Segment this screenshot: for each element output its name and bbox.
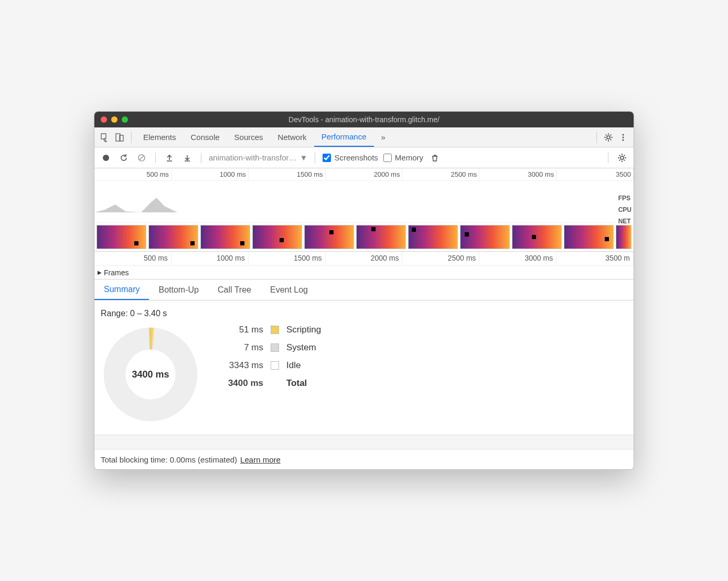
detail-tab-bottom-up[interactable]: Bottom-Up — [149, 279, 208, 300]
memory-checkbox-input[interactable] — [383, 154, 392, 162]
devtools-window: DevTools - animation-with-transform.glit… — [94, 111, 634, 470]
filmstrip-frame[interactable] — [408, 225, 458, 249]
overview-pane[interactable]: 500 ms 1000 ms 1500 ms 2000 ms 2500 ms 3… — [94, 168, 634, 252]
frames-label: Frames — [104, 268, 129, 277]
filmstrip-frame[interactable] — [148, 225, 198, 249]
profile-select[interactable]: animation-with-transfor… ▼ — [209, 153, 307, 162]
empty-strip — [94, 435, 634, 449]
svg-line-8 — [140, 156, 144, 160]
memory-label: Memory — [395, 153, 423, 162]
clear-button[interactable] — [135, 152, 148, 164]
flame-ruler: 500 ms 1000 ms 1500 ms 2000 ms 2500 ms 3… — [94, 252, 634, 265]
legend-label: Scripting — [286, 325, 321, 335]
cpu-label: CPU — [618, 206, 631, 213]
legend-total-ms: 3400 ms — [221, 378, 263, 389]
flame-tick: 500 ms — [94, 252, 172, 265]
filmstrip-frame[interactable] — [304, 225, 354, 249]
expand-icon[interactable]: ▶ — [98, 270, 102, 275]
screenshots-checkbox[interactable]: Screenshots — [323, 153, 378, 162]
tab-more[interactable]: » — [374, 127, 393, 147]
minimize-window-button[interactable] — [111, 116, 117, 123]
filmstrip-frame[interactable] — [356, 225, 406, 249]
summary-panel: Range: 0 – 3.40 s 3400 ms 51 ms Scriptin… — [94, 300, 634, 435]
flame-tick: 1500 ms — [249, 252, 326, 265]
maximize-window-button[interactable] — [122, 116, 128, 123]
legend-swatch-idle — [271, 361, 279, 370]
memory-checkbox[interactable]: Memory — [383, 153, 423, 162]
filmstrip-frame[interactable] — [564, 225, 614, 249]
tab-elements[interactable]: Elements — [136, 127, 184, 147]
tab-network[interactable]: Network — [271, 127, 314, 147]
detail-tab-event-log[interactable]: Event Log — [261, 279, 317, 300]
flame-tick: 1000 ms — [172, 252, 249, 265]
ov-tick: 2000 ms — [326, 168, 403, 180]
window-title: DevTools - animation-with-transform.glit… — [94, 115, 634, 124]
gc-button[interactable] — [429, 152, 441, 164]
settings-icon[interactable] — [601, 130, 616, 145]
net-label: NET — [618, 218, 631, 225]
panel-tabstrip: Elements Console Sources Network Perform… — [94, 127, 634, 147]
profile-select-label: animation-with-transfor… — [209, 153, 297, 162]
fps-label: FPS — [618, 195, 631, 202]
flame-tick: 3500 m — [556, 252, 634, 265]
close-window-button[interactable] — [101, 116, 107, 123]
capture-settings-icon[interactable] — [616, 152, 628, 164]
ov-tick: 500 ms — [94, 168, 172, 180]
screenshots-label: Screenshots — [334, 153, 378, 162]
detail-tab-summary[interactable]: Summary — [94, 279, 149, 300]
legend-ms: 7 ms — [221, 342, 263, 353]
legend-total-label: Total — [286, 378, 321, 389]
legend-label: Idle — [286, 360, 321, 371]
frames-row[interactable]: ▶ Frames — [94, 265, 634, 279]
load-profile-button[interactable] — [163, 152, 176, 164]
overview-labels: FPS CPU NET — [618, 195, 631, 225]
learn-more-link[interactable]: Learn more — [240, 455, 281, 464]
titlebar: DevTools - animation-with-transform.glit… — [94, 112, 634, 127]
filmstrip-frame[interactable] — [512, 225, 562, 249]
svg-point-2 — [607, 136, 610, 139]
filmstrip-frame[interactable] — [616, 225, 631, 249]
flame-chart[interactable]: 500 ms 1000 ms 1500 ms 2000 ms 2500 ms 3… — [94, 252, 634, 279]
filmstrip-frame[interactable] — [200, 225, 250, 249]
tab-sources[interactable]: Sources — [227, 127, 271, 147]
legend-swatch-scripting — [271, 326, 279, 334]
record-button[interactable] — [100, 152, 112, 164]
detail-tabs: Summary Bottom-Up Call Tree Event Log — [94, 279, 634, 300]
svg-point-4 — [623, 136, 624, 138]
filmstrip-frame[interactable] — [97, 225, 146, 249]
legend-ms: 3343 ms — [221, 360, 263, 371]
flame-tick: 2000 ms — [326, 252, 403, 265]
tbt-label: Total blocking time: 0.00ms (estimated) — [101, 455, 237, 464]
save-profile-button[interactable] — [181, 152, 194, 164]
donut-center-label: 3400 ms — [101, 325, 200, 424]
footer: Total blocking time: 0.00ms (estimated) … — [94, 449, 634, 469]
tab-performance[interactable]: Performance — [314, 127, 374, 147]
svg-point-3 — [623, 134, 624, 135]
svg-point-11 — [620, 156, 624, 159]
summary-donut-chart: 3400 ms — [101, 325, 200, 424]
screenshots-checkbox-input[interactable] — [323, 154, 331, 162]
filmstrip-frame[interactable] — [460, 225, 510, 249]
filmstrip[interactable] — [94, 223, 634, 251]
inspect-element-icon[interactable] — [98, 130, 112, 145]
ov-tick: 3500 — [556, 168, 634, 180]
ov-tick: 1500 ms — [249, 168, 326, 180]
filmstrip-frame[interactable] — [252, 225, 302, 249]
overview-body[interactable]: FPS CPU NET — [94, 181, 634, 223]
overview-ruler: 500 ms 1000 ms 1500 ms 2000 ms 2500 ms 3… — [94, 168, 634, 181]
device-toolbar-icon[interactable] — [112, 130, 127, 145]
flame-tick: 3000 ms — [479, 252, 556, 265]
detail-tab-call-tree[interactable]: Call Tree — [208, 279, 261, 300]
ov-tick: 3000 ms — [479, 168, 556, 180]
tab-console[interactable]: Console — [184, 127, 227, 147]
reload-button[interactable] — [117, 152, 130, 164]
svg-point-5 — [623, 139, 624, 141]
flame-tick: 2500 ms — [402, 252, 479, 265]
kebab-menu-icon[interactable] — [616, 130, 630, 145]
ov-tick: 1000 ms — [172, 168, 249, 180]
traffic-lights — [101, 116, 128, 123]
legend-swatch-system — [271, 343, 279, 352]
legend-label: System — [286, 342, 321, 353]
range-label: Range: 0 – 3.40 s — [101, 309, 627, 318]
performance-toolbar: animation-with-transfor… ▼ Screenshots M… — [94, 147, 634, 168]
